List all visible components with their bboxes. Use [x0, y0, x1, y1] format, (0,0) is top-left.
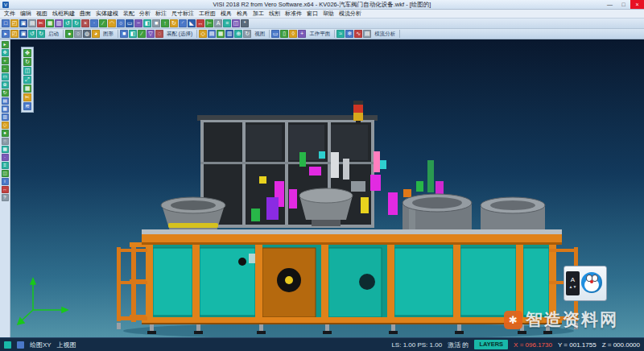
move-icon[interactable]: ✥ [23, 49, 31, 57]
redo-small-icon[interactable]: ↻ [37, 30, 45, 38]
solid-icon[interactable]: ■ [152, 19, 160, 27]
menu-item-11[interactable]: 模具 [218, 10, 234, 18]
render-icon[interactable]: ◕ [92, 30, 100, 38]
measure-icon[interactable]: ↔ [196, 19, 204, 27]
zoom-out-icon[interactable]: − [2, 65, 9, 72]
undo-small-icon[interactable]: ↺ [28, 30, 36, 38]
save-icon[interactable]: ▣ [19, 19, 27, 27]
trim-icon[interactable]: ✂ [23, 93, 31, 101]
wireframe-toggle-icon[interactable]: ○ [2, 138, 9, 145]
save-all-icon[interactable]: ▣ [19, 30, 27, 38]
select-edge-icon[interactable]: ∕ [138, 30, 146, 38]
rotate-icon[interactable]: ↻ [23, 58, 31, 66]
point-icon[interactable]: · [90, 19, 98, 27]
machine-enclosure[interactable] [197, 115, 378, 228]
menu-item-10[interactable]: 工程图 [196, 10, 218, 18]
front-view-icon[interactable]: ▦ [2, 105, 9, 113]
report-icon[interactable]: ▤ [363, 30, 371, 38]
line-icon[interactable]: ∕ [99, 19, 107, 27]
copy-icon[interactable]: ▦ [46, 19, 54, 27]
spline-icon[interactable]: ~ [134, 19, 142, 27]
open-recent-icon[interactable]: ◰ [10, 30, 19, 38]
menu-item-6[interactable]: 装配 [121, 10, 137, 18]
cut-icon[interactable]: ✂ [37, 19, 45, 27]
arc-icon[interactable]: ◠ [108, 19, 116, 27]
menu-item-3[interactable]: 线框构建 [50, 10, 77, 18]
menu-item-1[interactable]: 编辑 [18, 10, 34, 18]
close-button[interactable]: × [630, 0, 644, 9]
mascot-icon[interactable] [581, 272, 602, 295]
rotate-view-icon[interactable]: ↻ [2, 89, 9, 97]
pan-icon[interactable]: ✥ [2, 49, 9, 56]
workplane-custom-icon[interactable]: + [298, 30, 306, 38]
scale-icon[interactable]: ⤢ [23, 76, 31, 84]
machine-cabinet[interactable] [142, 245, 562, 324]
zoom-fit-icon[interactable]: ⊕ [234, 30, 242, 38]
select-face-icon[interactable]: ◧ [129, 30, 137, 38]
front-view-icon[interactable]: ▦ [217, 30, 225, 38]
signal-tower[interactable] [353, 101, 363, 124]
menu-item-18[interactable]: 模流分析 [336, 10, 364, 18]
viewport-canvas[interactable] [10, 39, 644, 338]
surface-icon[interactable]: ◧ [143, 19, 151, 27]
mirror-icon[interactable]: ◫ [23, 67, 31, 75]
new-file-icon[interactable]: □ [2, 19, 10, 27]
menu-item-7[interactable]: 分析 [137, 10, 153, 18]
mask-panel-icon[interactable]: ◫ [2, 170, 9, 177]
workplane-yz-icon[interactable]: ▯ [280, 30, 288, 38]
workplane-zx-icon[interactable]: ◊ [289, 30, 297, 38]
undo-icon[interactable]: ↺ [64, 19, 72, 27]
shade-toggle-icon[interactable]: ● [2, 130, 9, 137]
menu-item-4[interactable]: 曲面 [77, 10, 93, 18]
maximize-button[interactable]: □ [617, 0, 630, 9]
right-view-icon[interactable]: ▥ [225, 30, 233, 38]
layers-panel-icon[interactable]: ≡ [2, 162, 9, 169]
flow-analysis-icon[interactable]: ≈ [336, 30, 345, 38]
iso-view-icon[interactable]: ◇ [2, 122, 9, 129]
text-tool-button[interactable]: A ▲▼ [566, 271, 580, 295]
menu-item-0[interactable]: 文件 [2, 10, 18, 18]
menu-item-5[interactable]: 实体建模 [93, 10, 121, 18]
open-file-icon[interactable]: ◰ [10, 19, 19, 27]
offset-icon[interactable]: ≋ [23, 102, 31, 110]
workplane-xy-icon[interactable]: ▭ [271, 30, 279, 38]
menu-item-2[interactable]: 视图 [34, 10, 50, 18]
measure-tool-icon[interactable]: ↔ [2, 186, 9, 193]
layers-icon[interactable]: ≡ [223, 19, 231, 27]
menu-item-16[interactable]: 窗口 [304, 10, 320, 18]
wireframe-view-icon[interactable]: ○ [74, 30, 82, 38]
selection-filter-icon[interactable]: ▽ [147, 30, 155, 38]
iso-view-icon[interactable]: ◇ [199, 30, 207, 38]
fillet-icon[interactable]: ◜ [179, 19, 187, 27]
info-icon[interactable]: i [2, 178, 9, 185]
circle-icon[interactable]: ○ [117, 19, 125, 27]
menu-item-12[interactable]: 检具 [234, 10, 250, 18]
hide-part-icon[interactable]: ◌ [155, 30, 163, 38]
top-view-icon[interactable]: ▤ [208, 30, 216, 38]
text-icon[interactable]: A [214, 19, 222, 27]
menu-item-8[interactable]: 标注 [153, 10, 169, 18]
settings-icon[interactable]: * [241, 19, 249, 27]
grid-toggle-icon[interactable]: ▦ [2, 146, 9, 153]
delete-icon[interactable]: × [81, 19, 89, 27]
menu-item-15[interactable]: 标准件 [283, 10, 304, 18]
viewport[interactable] [10, 39, 644, 338]
rotate-view-icon[interactable]: ↻ [243, 30, 251, 38]
menu-item-13[interactable]: 加工 [250, 10, 266, 18]
assembly-table[interactable] [142, 229, 562, 245]
cooling-analysis-icon[interactable]: ❄ [345, 30, 353, 38]
hidden-line-icon[interactable]: ◍ [83, 30, 91, 38]
select-arrow-icon[interactable]: ▸ [2, 41, 9, 48]
side-view-icon[interactable]: ▥ [2, 114, 9, 121]
warp-analysis-icon[interactable]: ∿ [354, 30, 362, 38]
print-icon[interactable]: ▤ [28, 19, 36, 27]
paste-icon[interactable]: ▥ [55, 19, 63, 27]
snap-status-icon[interactable] [17, 341, 24, 349]
redo-icon[interactable]: ↻ [72, 19, 80, 27]
zoom-window-icon[interactable]: ▭ [2, 73, 9, 81]
menu-item-17[interactable]: 帮助 [320, 10, 336, 18]
menu-item-9[interactable]: 尺寸标注 [169, 10, 196, 18]
minimize-button[interactable]: — [603, 0, 617, 9]
menu-item-14[interactable]: 线割 [266, 10, 283, 18]
mask-icon[interactable]: ◫ [232, 19, 240, 27]
